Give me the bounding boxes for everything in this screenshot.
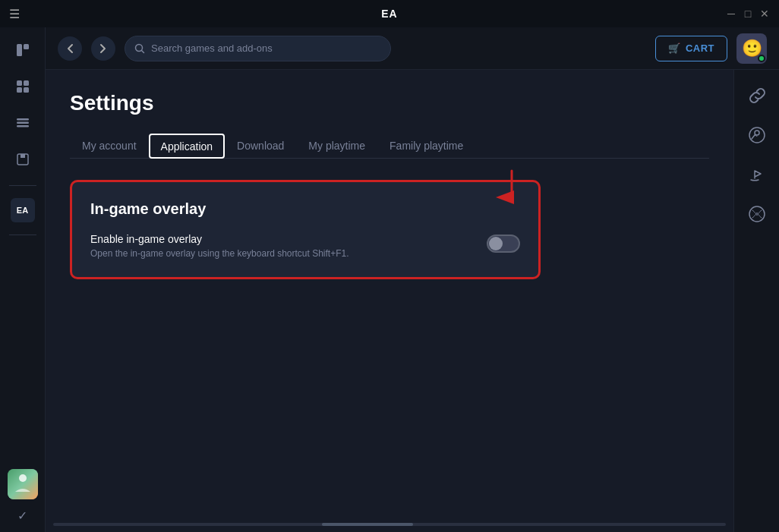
back-button[interactable] bbox=[58, 36, 82, 61]
svg-rect-5 bbox=[24, 87, 29, 93]
sidebar-divider-2 bbox=[9, 235, 36, 235]
overlay-enable-desc: Open the in-game overlay using the keybo… bbox=[90, 248, 475, 259]
annotation-arrow bbox=[478, 167, 523, 212]
close-button[interactable]: ✕ bbox=[759, 8, 770, 19]
navbar: 🛒 CART 🙂 bbox=[46, 27, 779, 70]
overlay-toggle-container bbox=[487, 233, 520, 253]
svg-rect-0 bbox=[17, 44, 22, 56]
search-icon bbox=[134, 43, 145, 54]
main-area: 🛒 CART 🙂 Settings My account Application bbox=[46, 27, 779, 532]
tab-download[interactable]: Download bbox=[225, 134, 296, 158]
overlay-setting-info: Enable in-game overlay Open the in-game … bbox=[90, 233, 475, 259]
xbox-icon[interactable] bbox=[743, 200, 771, 228]
right-panel bbox=[733, 70, 779, 532]
overlay-section: In-game overlay Enable in-game overlay O… bbox=[70, 180, 541, 279]
steam-icon[interactable] bbox=[743, 121, 771, 149]
online-indicator bbox=[758, 55, 765, 62]
svg-rect-4 bbox=[17, 87, 22, 93]
link-icon[interactable] bbox=[743, 82, 771, 109]
titlebar-left: ☰ bbox=[9, 7, 20, 21]
svg-rect-8 bbox=[17, 125, 29, 127]
sidebar-icon-apps[interactable] bbox=[9, 73, 36, 100]
forward-button[interactable] bbox=[91, 36, 115, 61]
svg-rect-1 bbox=[24, 44, 29, 49]
sidebar-icon-package[interactable] bbox=[9, 146, 36, 173]
user-avatar[interactable]: 🙂 bbox=[736, 33, 767, 64]
minimize-button[interactable]: ─ bbox=[726, 8, 736, 19]
tab-family-playtime[interactable]: Family playtime bbox=[377, 134, 475, 158]
main-content: Settings My account Application Download… bbox=[46, 70, 733, 532]
search-bar[interactable] bbox=[125, 36, 391, 61]
overlay-toggle[interactable] bbox=[487, 235, 520, 253]
horizontal-scrollbar[interactable] bbox=[53, 523, 726, 526]
overlay-section-title: In-game overlay bbox=[90, 200, 520, 218]
sidebar-icon-ea[interactable]: EA bbox=[11, 198, 35, 222]
svg-point-17 bbox=[749, 206, 765, 222]
playstation-icon[interactable] bbox=[743, 161, 771, 188]
scrollbar-thumb[interactable] bbox=[322, 523, 413, 526]
svg-rect-2 bbox=[17, 80, 22, 86]
svg-rect-3 bbox=[24, 80, 29, 86]
app-title: EA bbox=[381, 8, 397, 20]
titlebar: ☰ EA ─ □ ✕ bbox=[0, 0, 779, 27]
maximize-button[interactable]: □ bbox=[743, 8, 753, 19]
tab-application[interactable]: Application bbox=[149, 134, 226, 159]
sidebar: EA ✓ bbox=[0, 27, 46, 532]
sidebar-game-thumbnail[interactable] bbox=[8, 469, 38, 499]
cart-label: CART bbox=[686, 42, 714, 54]
sidebar-icon-list[interactable] bbox=[9, 109, 36, 137]
tab-my-account[interactable]: My account bbox=[70, 134, 149, 158]
app-layout: EA ✓ bbox=[0, 27, 779, 532]
svg-point-16 bbox=[755, 131, 759, 135]
overlay-enable-label: Enable in-game overlay bbox=[90, 233, 475, 245]
toggle-knob bbox=[489, 237, 503, 250]
settings-tabs: My account Application Download My playt… bbox=[70, 134, 709, 159]
menu-icon[interactable]: ☰ bbox=[9, 7, 20, 21]
svg-rect-10 bbox=[20, 154, 25, 158]
cart-button[interactable]: 🛒 CART bbox=[655, 36, 727, 61]
overlay-setting-row: Enable in-game overlay Open the in-game … bbox=[90, 233, 520, 259]
page-title: Settings bbox=[70, 91, 709, 115]
sidebar-bottom: ✓ bbox=[8, 469, 38, 523]
search-input[interactable] bbox=[151, 42, 381, 54]
window-controls: ─ □ ✕ bbox=[726, 8, 770, 19]
sidebar-divider bbox=[9, 185, 36, 186]
sidebar-icon-layout[interactable] bbox=[9, 36, 36, 64]
sidebar-check-icon: ✓ bbox=[17, 508, 27, 523]
svg-point-12 bbox=[19, 474, 27, 482]
tab-my-playtime[interactable]: My playtime bbox=[296, 134, 377, 158]
cart-icon: 🛒 bbox=[668, 42, 681, 54]
svg-rect-7 bbox=[17, 122, 29, 124]
svg-rect-11 bbox=[8, 469, 38, 499]
svg-rect-6 bbox=[17, 118, 29, 121]
